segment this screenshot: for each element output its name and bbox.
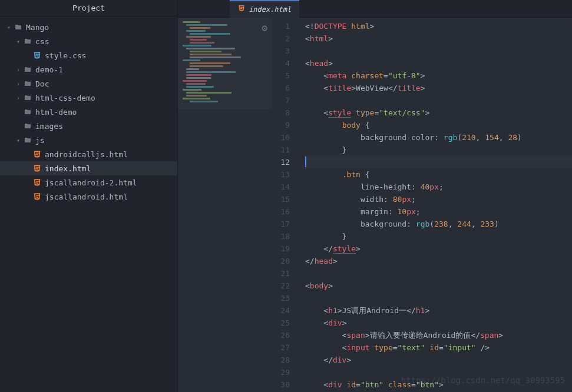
line-number[interactable]: 19: [272, 242, 290, 255]
line-number[interactable]: 10: [272, 131, 290, 144]
code-line[interactable]: line-height: 40px;: [305, 181, 572, 193]
line-number[interactable]: 27: [272, 341, 290, 354]
line-number[interactable]: 25: [272, 317, 290, 329]
code-line[interactable]: <div>: [305, 317, 572, 329]
watermark-text: https://blog.csdn.net/qq_30993595: [401, 376, 565, 385]
tree-item-index-html[interactable]: index.html: [0, 161, 177, 175]
code-line[interactable]: [305, 94, 572, 107]
code-line[interactable]: <title>WebView</title>: [305, 82, 572, 94]
code-line[interactable]: <span>请输入要传递给Android的值</span>: [305, 329, 572, 341]
line-number[interactable]: 21: [272, 267, 290, 280]
tree-item-js[interactable]: ▾js: [0, 133, 177, 147]
line-number[interactable]: 2: [272, 32, 290, 45]
line-number[interactable]: 23: [272, 292, 290, 304]
line-number[interactable]: 20: [272, 255, 290, 267]
line-number[interactable]: 14: [272, 181, 290, 193]
tree-item-label: Doc: [35, 79, 49, 88]
code-editor[interactable]: <!DOCTYPE html><html> <head> <meta chars…: [300, 18, 572, 392]
text-cursor: [305, 157, 306, 167]
line-number[interactable]: 18: [272, 230, 290, 242]
folder-icon: [22, 122, 33, 129]
tree-item-images[interactable]: images: [0, 119, 177, 133]
line-number[interactable]: 28: [272, 354, 290, 366]
editor-area: ⚙ 12345678910111213141516171819202122232…: [178, 18, 572, 392]
folder-icon: [22, 66, 33, 73]
tree-item-style-css[interactable]: style.css: [0, 48, 177, 62]
tree-item-html-demo[interactable]: html-demo: [0, 105, 177, 119]
tree-item-label: html-demo: [35, 108, 77, 117]
line-number[interactable]: 15: [272, 193, 290, 205]
code-line[interactable]: <h1>JS调用Android一</h1>: [305, 304, 572, 317]
tree-item-css[interactable]: ▾css: [0, 34, 177, 48]
line-number[interactable]: 11: [272, 144, 290, 156]
line-number[interactable]: 5: [272, 69, 290, 82]
code-minimap[interactable]: ⚙: [178, 18, 272, 109]
line-number[interactable]: 26: [272, 329, 290, 341]
code-line[interactable]: <html>: [305, 32, 572, 45]
code-line[interactable]: [305, 156, 572, 168]
folder-icon: [22, 94, 33, 101]
tree-item-label: Mango: [26, 23, 49, 32]
code-line[interactable]: margin: 10px;: [305, 205, 572, 218]
code-line[interactable]: <!DOCTYPE html>: [305, 20, 572, 32]
tree-item-jscallandroid-html[interactable]: jscallandroid.html: [0, 190, 177, 204]
line-number[interactable]: 6: [272, 82, 290, 94]
line-number[interactable]: 13: [272, 168, 290, 181]
folder-icon: [22, 38, 33, 45]
chevron-icon: ▾: [14, 38, 22, 45]
code-line[interactable]: </head>: [305, 255, 572, 267]
tree-item-html-css-demo[interactable]: ›html-css-demo: [0, 91, 177, 105]
tab-index-html[interactable]: index.html: [230, 0, 299, 18]
line-number[interactable]: 17: [272, 218, 290, 230]
code-line[interactable]: <input type="text" id="input" />: [305, 341, 572, 354]
code-line[interactable]: .btn {: [305, 168, 572, 181]
line-number[interactable]: 24: [272, 304, 290, 317]
tree-item-label: demo-1: [35, 65, 63, 74]
chevron-icon: ›: [14, 67, 22, 73]
tree-item-label: html-css-demo: [35, 94, 95, 102]
line-number[interactable]: 16: [272, 205, 290, 218]
tree-item-jscallandroid-2-html[interactable]: jscallandroid-2.html: [0, 175, 177, 190]
html5-icon: [238, 5, 245, 14]
code-line[interactable]: }: [305, 230, 572, 242]
file-tree[interactable]: ▾Mango▾cssstyle.css›demo-1›Doc›html-css-…: [0, 16, 177, 392]
line-number[interactable]: 7: [272, 94, 290, 107]
code-line[interactable]: [305, 292, 572, 304]
line-number[interactable]: 9: [272, 119, 290, 131]
line-number[interactable]: 4: [272, 57, 290, 69]
tree-item-demo-1[interactable]: ›demo-1: [0, 62, 177, 77]
code-line[interactable]: width: 80px;: [305, 193, 572, 205]
code-line[interactable]: }: [305, 144, 572, 156]
code-line[interactable]: background: rgb(238, 244, 233): [305, 218, 572, 230]
tree-item-doc[interactable]: ›Doc: [0, 77, 177, 91]
code-line[interactable]: <body>: [305, 280, 572, 292]
line-number[interactable]: 1: [272, 20, 290, 32]
tree-item-mango[interactable]: ▾Mango: [0, 20, 177, 34]
line-number[interactable]: 30: [272, 378, 290, 391]
code-line[interactable]: [305, 267, 572, 280]
code-line[interactable]: </style>: [305, 242, 572, 255]
line-number[interactable]: 12: [272, 156, 290, 168]
line-number[interactable]: 3: [272, 45, 290, 57]
code-line[interactable]: <style type="text/css">: [305, 107, 572, 119]
editor-main: index.html ⚙ 123456789101112131415161718…: [178, 0, 572, 392]
code-line[interactable]: background-color: rgb(210, 154, 28): [305, 131, 572, 144]
code-line[interactable]: </div>: [305, 354, 572, 366]
code-line[interactable]: [305, 45, 572, 57]
line-number[interactable]: 29: [272, 366, 290, 378]
line-gutter[interactable]: 1234567891011121314151617181920212223242…: [272, 18, 300, 392]
tab-bar: index.html: [178, 0, 572, 18]
chevron-icon: ▾: [5, 24, 13, 31]
chevron-icon: ›: [14, 81, 22, 87]
code-line[interactable]: body {: [305, 119, 572, 131]
code-line[interactable]: <meta charset="utf-8">: [305, 69, 572, 82]
gear-icon[interactable]: ⚙: [262, 22, 267, 34]
tree-item-label: index.html: [45, 164, 91, 173]
sidebar-title: Project: [0, 0, 177, 16]
tree-item-androidcalljs-html[interactable]: androidcalljs.html: [0, 147, 177, 161]
app-root: Project ▾Mango▾cssstyle.css›demo-1›Doc›h…: [0, 0, 572, 392]
code-line[interactable]: <head>: [305, 57, 572, 69]
line-number[interactable]: 22: [272, 280, 290, 292]
tree-item-label: jscallandroid-2.html: [45, 178, 137, 187]
line-number[interactable]: 8: [272, 107, 290, 119]
